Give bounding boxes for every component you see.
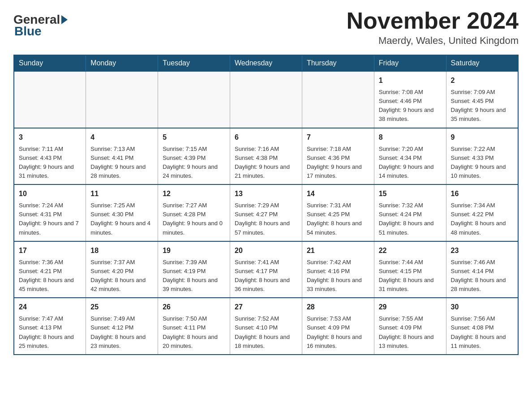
calendar-cell: 26Sunrise: 7:50 AMSunset: 4:11 PMDayligh… (158, 298, 230, 355)
day-number: 14 (307, 188, 369, 199)
day-info: Sunrise: 7:08 AMSunset: 4:46 PMDaylight:… (379, 88, 442, 124)
day-info: Sunrise: 7:39 AMSunset: 4:19 PMDaylight:… (163, 258, 225, 294)
calendar-cell: 10Sunrise: 7:24 AMSunset: 4:31 PMDayligh… (14, 184, 86, 241)
calendar: SundayMondayTuesdayWednesdayThursdayFrid… (13, 55, 519, 355)
day-number: 12 (163, 188, 225, 199)
calendar-cell: 18Sunrise: 7:37 AMSunset: 4:20 PMDayligh… (86, 241, 158, 298)
day-number: 9 (451, 132, 513, 143)
day-number: 19 (163, 245, 225, 256)
calendar-header: SundayMondayTuesdayWednesdayThursdayFrid… (14, 55, 518, 71)
calendar-cell (302, 71, 374, 128)
calendar-cell: 19Sunrise: 7:39 AMSunset: 4:19 PMDayligh… (158, 241, 230, 298)
day-info: Sunrise: 7:47 AMSunset: 4:13 PMDaylight:… (19, 314, 81, 351)
title-area: November 2024 Maerdy, Wales, United King… (347, 9, 519, 47)
calendar-cell: 30Sunrise: 7:56 AMSunset: 4:08 PMDayligh… (446, 298, 518, 355)
calendar-cell: 17Sunrise: 7:36 AMSunset: 4:21 PMDayligh… (14, 241, 86, 298)
calendar-cell: 15Sunrise: 7:32 AMSunset: 4:24 PMDayligh… (374, 184, 446, 241)
weekday-header-saturday: Saturday (446, 55, 518, 71)
day-number: 4 (90, 132, 153, 143)
day-number: 10 (19, 188, 81, 199)
day-info: Sunrise: 7:31 AMSunset: 4:25 PMDaylight:… (307, 201, 369, 237)
weekday-header-sunday: Sunday (14, 55, 86, 71)
day-number: 5 (163, 132, 225, 143)
day-number: 7 (307, 132, 369, 143)
day-number: 23 (451, 245, 513, 256)
day-number: 13 (235, 188, 297, 199)
location: Maerdy, Wales, United Kingdom (347, 35, 519, 47)
day-info: Sunrise: 7:41 AMSunset: 4:17 PMDaylight:… (235, 258, 297, 294)
day-number: 25 (90, 302, 153, 313)
day-number: 16 (451, 188, 513, 199)
calendar-week-3: 10Sunrise: 7:24 AMSunset: 4:31 PMDayligh… (14, 184, 518, 241)
day-number: 30 (451, 302, 513, 313)
calendar-cell: 24Sunrise: 7:47 AMSunset: 4:13 PMDayligh… (14, 298, 86, 355)
calendar-cell: 12Sunrise: 7:27 AMSunset: 4:28 PMDayligh… (158, 184, 230, 241)
day-number: 28 (307, 302, 369, 313)
day-info: Sunrise: 7:16 AMSunset: 4:38 PMDaylight:… (235, 145, 297, 181)
calendar-cell (86, 71, 158, 128)
day-info: Sunrise: 7:55 AMSunset: 4:09 PMDaylight:… (379, 314, 442, 351)
calendar-cell: 11Sunrise: 7:25 AMSunset: 4:30 PMDayligh… (86, 184, 158, 241)
calendar-week-1: 1Sunrise: 7:08 AMSunset: 4:46 PMDaylight… (14, 71, 518, 128)
month-title: November 2024 (347, 9, 519, 32)
day-number: 27 (235, 302, 297, 313)
day-info: Sunrise: 7:18 AMSunset: 4:36 PMDaylight:… (307, 145, 369, 181)
calendar-cell: 4Sunrise: 7:13 AMSunset: 4:41 PMDaylight… (86, 128, 158, 185)
calendar-cell: 2Sunrise: 7:09 AMSunset: 4:45 PMDaylight… (446, 71, 518, 128)
day-info: Sunrise: 7:13 AMSunset: 4:41 PMDaylight:… (90, 145, 153, 181)
day-number: 3 (19, 132, 81, 143)
calendar-week-4: 17Sunrise: 7:36 AMSunset: 4:21 PMDayligh… (14, 241, 518, 298)
day-number: 2 (451, 75, 513, 86)
day-number: 29 (379, 302, 442, 313)
day-number: 8 (379, 132, 442, 143)
calendar-cell: 28Sunrise: 7:53 AMSunset: 4:09 PMDayligh… (302, 298, 374, 355)
weekday-header-thursday: Thursday (302, 55, 374, 71)
calendar-cell: 9Sunrise: 7:22 AMSunset: 4:33 PMDaylight… (446, 128, 518, 185)
day-info: Sunrise: 7:22 AMSunset: 4:33 PMDaylight:… (451, 145, 513, 181)
calendar-cell: 14Sunrise: 7:31 AMSunset: 4:25 PMDayligh… (302, 184, 374, 241)
logo: General Blue (13, 13, 68, 39)
day-info: Sunrise: 7:24 AMSunset: 4:31 PMDaylight:… (19, 201, 81, 237)
day-info: Sunrise: 7:34 AMSunset: 4:22 PMDaylight:… (451, 201, 513, 237)
day-info: Sunrise: 7:27 AMSunset: 4:28 PMDaylight:… (163, 201, 225, 237)
page-header: General Blue November 2024 Maerdy, Wales… (13, 9, 519, 47)
calendar-cell: 6Sunrise: 7:16 AMSunset: 4:38 PMDaylight… (230, 128, 302, 185)
calendar-cell: 25Sunrise: 7:49 AMSunset: 4:12 PMDayligh… (86, 298, 158, 355)
logo-blue-text: Blue (14, 24, 42, 39)
day-number: 1 (379, 75, 442, 86)
day-number: 11 (90, 188, 153, 199)
day-info: Sunrise: 7:32 AMSunset: 4:24 PMDaylight:… (379, 201, 442, 237)
calendar-cell: 3Sunrise: 7:11 AMSunset: 4:43 PMDaylight… (14, 128, 86, 185)
calendar-cell: 5Sunrise: 7:15 AMSunset: 4:39 PMDaylight… (158, 128, 230, 185)
calendar-cell: 7Sunrise: 7:18 AMSunset: 4:36 PMDaylight… (302, 128, 374, 185)
day-info: Sunrise: 7:56 AMSunset: 4:08 PMDaylight:… (451, 314, 513, 351)
day-info: Sunrise: 7:29 AMSunset: 4:27 PMDaylight:… (235, 201, 297, 237)
day-info: Sunrise: 7:11 AMSunset: 4:43 PMDaylight:… (19, 145, 81, 181)
calendar-cell: 27Sunrise: 7:52 AMSunset: 4:10 PMDayligh… (230, 298, 302, 355)
day-info: Sunrise: 7:42 AMSunset: 4:16 PMDaylight:… (307, 258, 369, 294)
day-info: Sunrise: 7:46 AMSunset: 4:14 PMDaylight:… (451, 258, 513, 294)
day-info: Sunrise: 7:44 AMSunset: 4:15 PMDaylight:… (379, 258, 442, 294)
calendar-cell: 20Sunrise: 7:41 AMSunset: 4:17 PMDayligh… (230, 241, 302, 298)
weekday-header-friday: Friday (374, 55, 446, 71)
calendar-cell (158, 71, 230, 128)
day-number: 6 (235, 132, 297, 143)
calendar-cell: 16Sunrise: 7:34 AMSunset: 4:22 PMDayligh… (446, 184, 518, 241)
day-info: Sunrise: 7:20 AMSunset: 4:34 PMDaylight:… (379, 145, 442, 181)
day-info: Sunrise: 7:37 AMSunset: 4:20 PMDaylight:… (90, 258, 153, 294)
day-info: Sunrise: 7:53 AMSunset: 4:09 PMDaylight:… (307, 314, 369, 351)
calendar-cell: 21Sunrise: 7:42 AMSunset: 4:16 PMDayligh… (302, 241, 374, 298)
weekday-row: SundayMondayTuesdayWednesdayThursdayFrid… (14, 55, 518, 71)
day-number: 15 (379, 188, 442, 199)
day-number: 22 (379, 245, 442, 256)
weekday-header-monday: Monday (86, 55, 158, 71)
day-info: Sunrise: 7:49 AMSunset: 4:12 PMDaylight:… (90, 314, 153, 351)
day-info: Sunrise: 7:52 AMSunset: 4:10 PMDaylight:… (235, 314, 297, 351)
calendar-week-2: 3Sunrise: 7:11 AMSunset: 4:43 PMDaylight… (14, 128, 518, 185)
logo-arrow-icon (61, 15, 68, 24)
day-info: Sunrise: 7:15 AMSunset: 4:39 PMDaylight:… (163, 145, 225, 181)
calendar-cell (230, 71, 302, 128)
day-info: Sunrise: 7:36 AMSunset: 4:21 PMDaylight:… (19, 258, 81, 294)
calendar-body: 1Sunrise: 7:08 AMSunset: 4:46 PMDaylight… (14, 71, 518, 355)
day-number: 21 (307, 245, 369, 256)
